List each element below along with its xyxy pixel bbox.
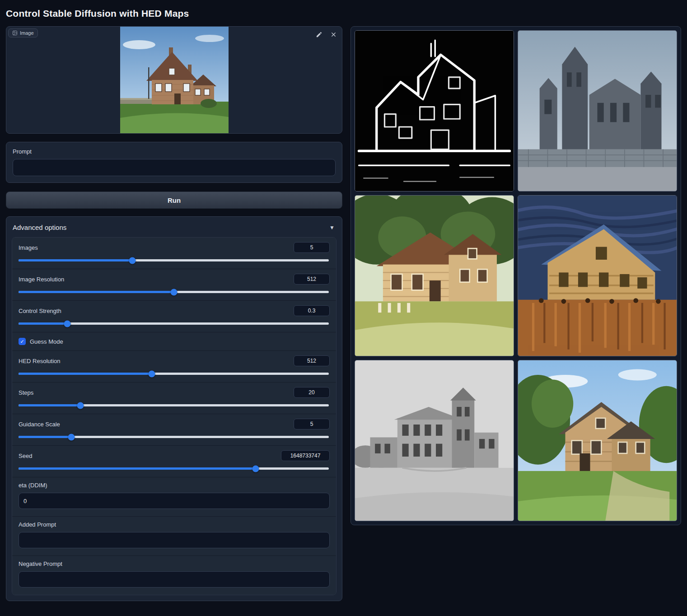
eta-ddim-input[interactable] xyxy=(19,493,330,509)
image-icon xyxy=(12,30,18,36)
slider-label-hed-resolution: HED Resolution xyxy=(19,358,61,364)
input-row-eta-ddim: eta (DDIM) xyxy=(12,477,336,517)
image-input-label: Image xyxy=(8,28,38,37)
country-house-image xyxy=(518,360,677,521)
slider-value-seed[interactable] xyxy=(281,450,330,461)
advanced-options-header[interactable]: Advanced options ▼ xyxy=(6,217,342,237)
prompt-input[interactable] xyxy=(13,159,336,176)
image-toolbar xyxy=(314,29,338,39)
advanced-options-accordion: Advanced options ▼ ImagesImage Resolutio… xyxy=(6,216,342,601)
gallery-item-impressionist-building[interactable] xyxy=(518,195,677,356)
slider-thumb-seed[interactable] xyxy=(252,465,259,472)
chevron-down-icon: ▼ xyxy=(329,224,335,231)
slider-track-images[interactable] xyxy=(19,259,329,261)
prompt-block: Prompt xyxy=(6,142,342,183)
controls-column: Image xyxy=(6,26,342,601)
checkbox-label-guess-mode: Guess Mode xyxy=(30,338,63,345)
advanced-options-label: Advanced options xyxy=(13,224,66,231)
uploaded-image[interactable] xyxy=(120,27,229,133)
gothic-building-image xyxy=(518,31,677,191)
slider-fill xyxy=(19,373,152,375)
slider-value-control-strength[interactable] xyxy=(294,305,330,316)
slider-fill xyxy=(19,259,132,261)
prompt-label: Prompt xyxy=(13,148,336,155)
hed-edge-map-image xyxy=(355,31,514,191)
slider-label-guidance-scale: Guidance Scale xyxy=(19,421,60,428)
house-photo-image xyxy=(120,27,229,133)
slider-thumb-control-strength[interactable] xyxy=(64,320,70,327)
negative-prompt-input[interactable] xyxy=(19,571,330,588)
slider-label-control-strength: Control Strength xyxy=(19,308,61,314)
slider-row-hed-resolution: HED Resolution xyxy=(12,351,336,383)
gallery-item-hed-edge-map[interactable] xyxy=(355,30,514,191)
slider-label-steps: Steps xyxy=(19,389,33,396)
field-label-eta-ddim: eta (DDIM) xyxy=(19,482,330,489)
field-label-negative-prompt: Negative Prompt xyxy=(19,560,330,567)
slider-label-image-resolution: Image Resolution xyxy=(19,276,64,283)
page-title: Control Stable Diffusion with HED Maps xyxy=(6,8,681,19)
slider-thumb-image-resolution[interactable] xyxy=(170,289,177,295)
slider-value-steps[interactable] xyxy=(294,387,330,398)
slider-value-guidance-scale[interactable] xyxy=(294,419,330,429)
advanced-options-form: ImagesImage ResolutionControl StrengthGu… xyxy=(12,237,336,595)
slider-value-image-resolution[interactable] xyxy=(294,274,330,285)
slider-value-images[interactable] xyxy=(294,242,330,253)
slider-fill xyxy=(19,404,80,406)
slider-track-guidance-scale[interactable] xyxy=(19,436,329,438)
slider-label-seed: Seed xyxy=(19,453,32,459)
gallery-item-bw-photo-building[interactable] xyxy=(355,360,514,521)
checkbox-box-guess-mode[interactable] xyxy=(19,338,26,345)
input-row-negative-prompt: Negative Prompt xyxy=(12,556,336,595)
slider-value-hed-resolution[interactable] xyxy=(294,355,330,366)
guess-mode-checkbox[interactable]: Guess Mode xyxy=(19,338,330,345)
slider-track-steps[interactable] xyxy=(19,404,329,406)
clear-image-button[interactable] xyxy=(328,29,338,39)
warm-cottage-image xyxy=(355,196,514,356)
image-input-label-text: Image xyxy=(20,30,34,36)
slider-track-seed[interactable] xyxy=(19,467,329,470)
slider-fill xyxy=(19,322,67,325)
checkbox-row-guess-mode: Guess Mode xyxy=(12,332,336,351)
slider-row-control-strength: Control Strength xyxy=(12,301,336,332)
gallery-item-country-house-painting[interactable] xyxy=(518,360,677,521)
slider-label-images: Images xyxy=(19,244,38,251)
slider-track-control-strength[interactable] xyxy=(19,322,329,325)
slider-thumb-hed-resolution[interactable] xyxy=(149,370,155,377)
slider-row-images: Images xyxy=(12,238,336,269)
slider-track-hed-resolution[interactable] xyxy=(19,373,329,375)
slider-thumb-images[interactable] xyxy=(129,257,136,264)
slider-row-image-resolution: Image Resolution xyxy=(12,269,336,301)
app: Control Stable Diffusion with HED Maps I… xyxy=(0,0,687,606)
edit-image-button[interactable] xyxy=(314,29,324,39)
bw-building-image xyxy=(355,360,514,521)
slider-fill xyxy=(19,467,256,470)
added-prompt-input[interactable] xyxy=(19,532,330,548)
slider-thumb-steps[interactable] xyxy=(77,402,84,409)
run-button[interactable]: Run xyxy=(6,191,342,209)
input-row-added-prompt: Added Prompt xyxy=(12,517,336,556)
gallery-item-warm-cottage-painting[interactable] xyxy=(355,195,514,356)
output-column xyxy=(351,26,681,525)
image-input-component: Image xyxy=(6,26,342,134)
slider-thumb-guidance-scale[interactable] xyxy=(68,434,75,440)
slider-row-guidance-scale: Guidance Scale xyxy=(12,414,336,446)
gallery-item-gothic-stone-building[interactable] xyxy=(518,30,677,191)
impressionist-building-image xyxy=(518,196,677,356)
field-label-added-prompt: Added Prompt xyxy=(19,521,330,528)
slider-track-image-resolution[interactable] xyxy=(19,291,329,293)
slider-fill xyxy=(19,436,71,438)
slider-row-steps: Steps xyxy=(12,383,336,414)
slider-row-seed: Seed xyxy=(12,446,336,477)
slider-fill xyxy=(19,291,174,293)
pencil-icon xyxy=(316,31,322,38)
close-icon xyxy=(330,31,337,38)
output-gallery xyxy=(351,26,681,525)
